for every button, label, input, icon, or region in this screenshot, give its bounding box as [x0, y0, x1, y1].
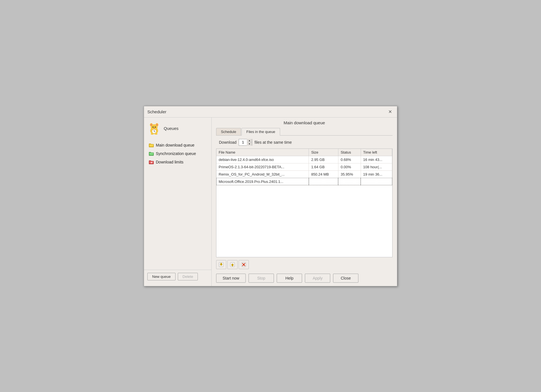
sidebar-item-label: Main download queue — [156, 143, 194, 147]
download-count-input[interactable]: 1 — [239, 139, 247, 145]
spinner-up-button[interactable]: ▲ — [247, 139, 252, 142]
svg-point-7 — [155, 127, 156, 128]
window-close-button[interactable]: ✕ — [387, 108, 394, 115]
sidebar-item-main-queue[interactable]: Main download queue — [146, 141, 209, 149]
delete-button[interactable]: Delete — [178, 273, 198, 280]
move-down-button[interactable] — [216, 260, 226, 269]
apply-button[interactable]: Apply — [305, 274, 330, 283]
col-size: Size — [309, 149, 338, 156]
close-button[interactable]: Close — [333, 274, 358, 283]
title-bar: Scheduler ✕ — [144, 106, 397, 118]
sidebar-label: Queues — [164, 126, 179, 131]
col-filename: File Name — [216, 149, 309, 156]
help-button[interactable]: Help — [277, 274, 302, 283]
spinner-buttons: ▲ ▼ — [247, 139, 252, 146]
app-icon — [147, 122, 161, 135]
table-row[interactable]: Remix_OS_for_PC_Android_M_32bit_...850.2… — [216, 170, 392, 178]
spinner-down-button[interactable]: ▼ — [247, 142, 252, 146]
tab-schedule[interactable]: Schedule — [216, 128, 241, 135]
table-row[interactable]: Microsoft.Office.2019.Pro.Plus.2401.1... — [216, 178, 392, 185]
svg-point-6 — [152, 127, 154, 128]
remove-icon — [241, 262, 246, 267]
panel-title: Main download queue — [216, 120, 393, 125]
start-now-button[interactable]: Start now — [216, 274, 246, 283]
arrow-down-icon — [219, 262, 224, 267]
sidebar: Queues Main download queue — [144, 118, 212, 286]
bottom-bar: Start now Stop Help Apply Close — [216, 273, 393, 283]
tab-files-in-queue[interactable]: Files in the queue — [241, 128, 280, 136]
tabs: Schedule Files in the queue — [216, 128, 393, 136]
table-header-row: File Name Size Status Time left — [216, 149, 392, 156]
svg-point-4 — [150, 124, 152, 126]
folder-x-red-icon — [148, 159, 154, 165]
col-status: Status — [338, 149, 361, 156]
table-row[interactable]: PrimeOS-2.1.3-64-bit-20220719-BETA...1.6… — [216, 163, 392, 170]
scheduler-window: Scheduler ✕ — [144, 106, 397, 286]
sidebar-item-label: Download limits — [156, 160, 183, 164]
svg-rect-19 — [221, 263, 222, 265]
folder-open-yellow-icon — [148, 142, 154, 148]
svg-point-14 — [155, 133, 158, 135]
svg-rect-22 — [232, 265, 233, 266]
svg-point-5 — [156, 124, 158, 126]
download-control: Download 1 ▲ ▼ files at the same time — [216, 139, 393, 146]
col-time-left: Time left — [361, 149, 392, 156]
sidebar-item-sync-queue[interactable]: Synchronization queue — [146, 149, 209, 158]
file-table: File Name Size Status Time left debian-l… — [216, 149, 392, 185]
table-row[interactable]: debian-live-12.4.0-amd64-xfce.iso2.95 GB… — [216, 156, 392, 163]
arrow-up-icon — [230, 262, 235, 267]
download-label: Download — [219, 140, 236, 145]
sidebar-list: Main download queue Synchronization queu… — [144, 139, 211, 270]
remove-button[interactable] — [239, 260, 249, 269]
sidebar-footer: New queue Delete — [144, 270, 211, 283]
new-queue-button[interactable]: New queue — [147, 273, 176, 280]
folder-open-green-icon — [148, 151, 154, 156]
move-up-button[interactable] — [227, 260, 238, 269]
stop-button[interactable]: Stop — [249, 274, 274, 283]
window-title: Scheduler — [147, 109, 167, 114]
svg-point-13 — [151, 133, 154, 135]
files-same-time-label: files at the same time — [254, 140, 292, 145]
sidebar-item-label: Synchronization queue — [156, 151, 196, 156]
sidebar-header: Queues — [144, 120, 211, 139]
main-content: Queues Main download queue — [144, 118, 397, 286]
download-count-spinner[interactable]: 1 ▲ ▼ — [239, 139, 252, 146]
svg-point-8 — [154, 128, 155, 129]
queue-toolbar — [216, 260, 393, 269]
right-panel: Main download queue Schedule Files in th… — [212, 118, 397, 286]
sidebar-item-download-limits[interactable]: Download limits — [146, 158, 209, 166]
file-table-wrap: File Name Size Status Time left debian-l… — [216, 149, 393, 257]
